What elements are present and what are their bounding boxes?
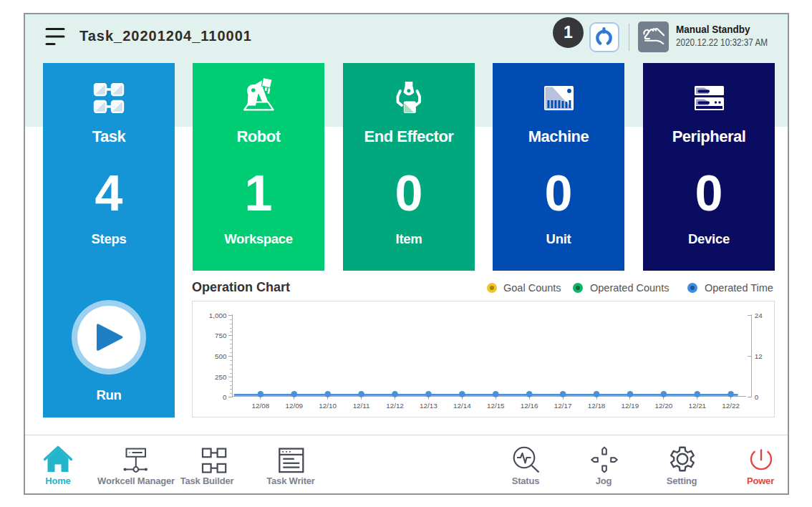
svg-text:12/16: 12/16 [521, 402, 538, 410]
svg-text:250: 250 [215, 373, 227, 381]
svg-text:12/18: 12/18 [588, 402, 606, 410]
svg-text:12/22: 12/22 [722, 402, 740, 410]
svg-text:500: 500 [215, 352, 227, 360]
svg-text:12: 12 [755, 352, 763, 360]
svg-text:12/17: 12/17 [554, 402, 572, 410]
svg-text:750: 750 [215, 332, 227, 339]
svg-text:12/14: 12/14 [453, 402, 471, 410]
svg-text:12/08: 12/08 [252, 402, 270, 410]
svg-text:24: 24 [755, 312, 763, 319]
svg-text:12/15: 12/15 [487, 402, 505, 410]
svg-text:12/11: 12/11 [353, 402, 370, 410]
svg-text:12/10: 12/10 [319, 402, 337, 410]
svg-text:12/19: 12/19 [622, 402, 639, 410]
svg-text:12/12: 12/12 [386, 402, 404, 410]
svg-text:12/21: 12/21 [688, 402, 706, 410]
svg-text:12/09: 12/09 [285, 402, 303, 410]
svg-text:0: 0 [223, 393, 227, 401]
svg-text:0: 0 [755, 393, 759, 401]
svg-text:1,000: 1,000 [209, 312, 227, 319]
svg-text:12/13: 12/13 [420, 402, 438, 410]
svg-text:12/20: 12/20 [655, 402, 673, 410]
